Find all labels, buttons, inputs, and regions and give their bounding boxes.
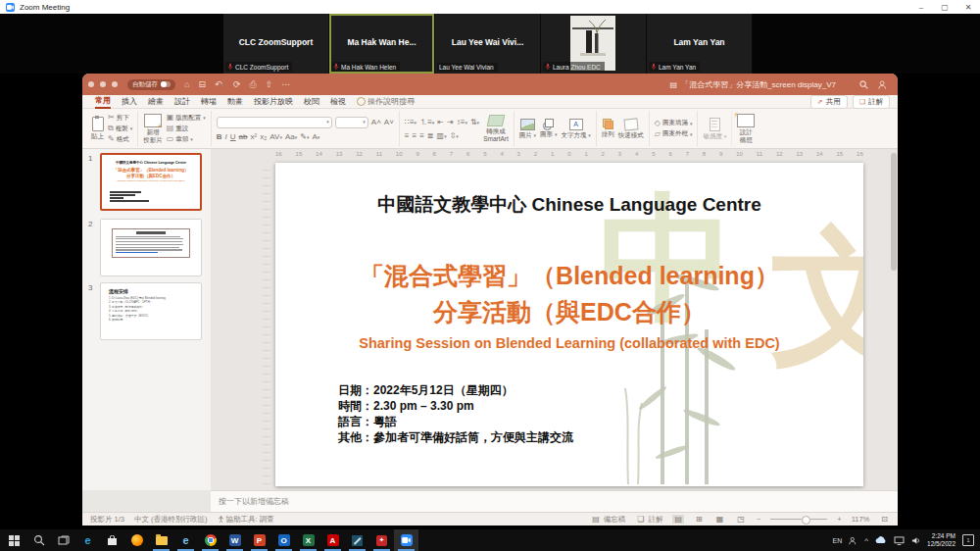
zoom-out-button[interactable]: − xyxy=(757,515,760,524)
print-icon[interactable]: ⎙ xyxy=(250,79,257,90)
participant-tile-with-video[interactable]: Laura Zhou EDC xyxy=(541,14,647,74)
slide-canvas[interactable]: 中 文 xyxy=(275,163,863,486)
red-app-icon[interactable]: ✦ xyxy=(369,529,394,551)
shapes-button[interactable]: 圖形 ▾ xyxy=(540,119,557,138)
quick-styles-button[interactable]: 快速樣式 xyxy=(618,119,644,138)
notes-toggle-button[interactable]: ▤備忘稿 xyxy=(590,515,625,525)
align-right-button[interactable]: ≡ xyxy=(419,131,424,140)
undo-icon[interactable]: ↶▾ xyxy=(215,79,224,89)
action-center-icon[interactable]: 1 xyxy=(962,534,974,546)
zoom-slider[interactable] xyxy=(770,519,827,520)
mac-close-button[interactable] xyxy=(88,81,94,87)
excel-icon[interactable]: X xyxy=(296,529,320,551)
new-slide-button[interactable]: 新增投影片 xyxy=(143,114,163,143)
slide-thumbnail-2[interactable] xyxy=(100,219,202,276)
task-view-button[interactable] xyxy=(51,529,75,551)
chrome-icon[interactable] xyxy=(198,529,222,551)
clock[interactable]: 2:24 PM12/5/2022 xyxy=(927,532,956,548)
comments-toggle-button[interactable]: ❏註解 xyxy=(635,515,662,525)
powerpoint-icon[interactable]: P xyxy=(247,529,271,551)
superscript-button[interactable]: x² xyxy=(251,132,258,141)
onedrive-icon[interactable] xyxy=(875,536,887,544)
people-icon[interactable] xyxy=(849,536,858,545)
indent-button[interactable]: ⇥ xyxy=(447,118,454,126)
fit-to-window-button[interactable]: ⊡ xyxy=(879,515,890,524)
paste-button[interactable]: 貼上 xyxy=(91,117,104,139)
more-icon[interactable]: ⋯ xyxy=(281,79,290,89)
search-icon[interactable] xyxy=(859,80,868,89)
taskbar-search-button[interactable] xyxy=(26,529,51,551)
format-painter-button[interactable]: ✎格式 xyxy=(108,135,132,144)
mac-zoom-button[interactable] xyxy=(112,81,118,87)
picture-button[interactable]: 圖片 ▾ xyxy=(519,119,536,139)
tab-insert[interactable]: 插入 xyxy=(122,96,137,107)
tab-transitions[interactable]: 轉場 xyxy=(201,96,217,107)
sensitivity-button[interactable]: 敏感度 ▾ xyxy=(703,118,726,140)
share-up-icon[interactable]: ⇧ xyxy=(266,79,273,89)
acrobat-icon[interactable]: A xyxy=(320,529,345,551)
slide-heading[interactable]: 中國語文教學中心 Chinese Language Centre xyxy=(275,192,863,218)
normal-view-button[interactable]: ▤ xyxy=(672,515,684,524)
numbering-button[interactable]: ⒈≡▾ xyxy=(419,117,434,127)
line-spacing-button[interactable]: ↕≡▾ xyxy=(457,118,467,126)
slideshow-button[interactable]: ◳ xyxy=(735,515,747,524)
hidden-icons-chevron[interactable]: ^ xyxy=(864,536,868,545)
notes-pane[interactable]: 按一下以新增備忘稿 xyxy=(211,490,898,512)
minimize-button[interactable]: – xyxy=(909,3,933,12)
firefox-icon[interactable] xyxy=(124,529,149,551)
section-button[interactable]: ▭章節▾ xyxy=(167,135,206,144)
participant-tile[interactable]: CLC ZoomSupport CLC ZoomSupport xyxy=(223,14,329,74)
teal-app-icon[interactable] xyxy=(345,529,369,551)
columns-button[interactable]: ▥▾ xyxy=(437,131,447,140)
slide-title-line1[interactable]: 「混合式學習」（Blended learning） xyxy=(275,260,863,292)
reset-button[interactable]: ▤重設 xyxy=(167,125,206,133)
font-name-dropdown[interactable] xyxy=(217,117,332,128)
save-icon[interactable]: ⊟ xyxy=(198,79,206,89)
participant-tile[interactable]: Lau Yee Wai Vivi... Lau Yee Wai Vivian xyxy=(435,14,541,74)
slide-title-line2[interactable]: 分享活動（與EDC合作） xyxy=(275,296,863,328)
zoom-in-button[interactable]: + xyxy=(837,515,841,524)
redo-icon[interactable]: ⟳ xyxy=(233,79,241,89)
input-language[interactable]: EN xyxy=(833,537,843,544)
slide-subtitle[interactable]: Sharing Session on Blended Learning (col… xyxy=(275,335,863,351)
align-text-button[interactable]: ⇳▾ xyxy=(450,131,459,140)
slide-thumbnail-3[interactable]: 流程安排 1. Dr Laura Zhou (EDC) 帶領 Blended l… xyxy=(100,282,202,340)
slide-thumbnail-1[interactable]: 中國語文教學中心 Chinese Language Centre 「混合式學習」… xyxy=(100,153,202,211)
arrange-button[interactable]: 排列 xyxy=(602,119,614,137)
start-button[interactable] xyxy=(2,529,26,551)
speaker-icon[interactable] xyxy=(911,536,920,545)
subscript-button[interactable]: x₂ xyxy=(260,132,267,141)
autosave-toggle[interactable]: 自動儲存 xyxy=(127,79,175,90)
tab-review[interactable]: 校閱 xyxy=(304,96,319,107)
font-size-dropdown[interactable] xyxy=(335,117,368,128)
close-button[interactable]: ✕ xyxy=(956,3,980,12)
justify-button[interactable]: ≣ xyxy=(427,131,434,140)
participant-tile[interactable]: Lam Yan Yan Lam Yan Yan xyxy=(647,14,753,74)
italic-button[interactable]: I xyxy=(225,132,227,141)
file-explorer-icon[interactable] xyxy=(149,529,173,551)
underline-button[interactable]: U xyxy=(230,132,236,141)
mac-minimize-button[interactable] xyxy=(100,81,106,87)
shrink-font-button[interactable]: A˅ xyxy=(384,118,394,126)
home-icon[interactable]: ⌂ xyxy=(184,79,189,89)
outdent-button[interactable]: ⇤ xyxy=(437,118,444,126)
bullets-button[interactable]: ∷≡▾ xyxy=(405,118,416,126)
layout-button[interactable]: ▣版面配置▾ xyxy=(167,114,206,123)
design-ideas-button[interactable]: 設計構想 xyxy=(737,114,755,143)
bold-button[interactable]: B xyxy=(217,132,222,141)
shape-fill-button[interactable]: ◇圖案填滿▾ xyxy=(655,119,693,127)
align-left-button[interactable]: ≡ xyxy=(405,131,410,140)
account-icon[interactable] xyxy=(878,80,888,89)
copy-button[interactable]: ⧉複製▾ xyxy=(108,125,132,133)
tab-slideshow[interactable]: 投影片放映 xyxy=(254,96,293,107)
cut-button[interactable]: ✂剪下 xyxy=(108,114,132,123)
share-button[interactable]: ⇗共用 xyxy=(810,95,848,109)
participant-tile-active-speaker[interactable]: Ma Hak Wan He... Ma Hak Wan Helen xyxy=(329,14,435,74)
edge-icon[interactable]: e xyxy=(75,529,100,551)
strikethrough-button[interactable]: ab xyxy=(239,132,248,141)
reading-view-button[interactable]: ▦ xyxy=(714,515,726,524)
tell-me-search[interactable]: 操作說明搜尋 xyxy=(357,96,415,107)
tab-design[interactable]: 設計 xyxy=(174,96,190,107)
word-icon[interactable]: W xyxy=(222,529,247,551)
highlight-button[interactable]: ✎▾ xyxy=(300,132,309,141)
